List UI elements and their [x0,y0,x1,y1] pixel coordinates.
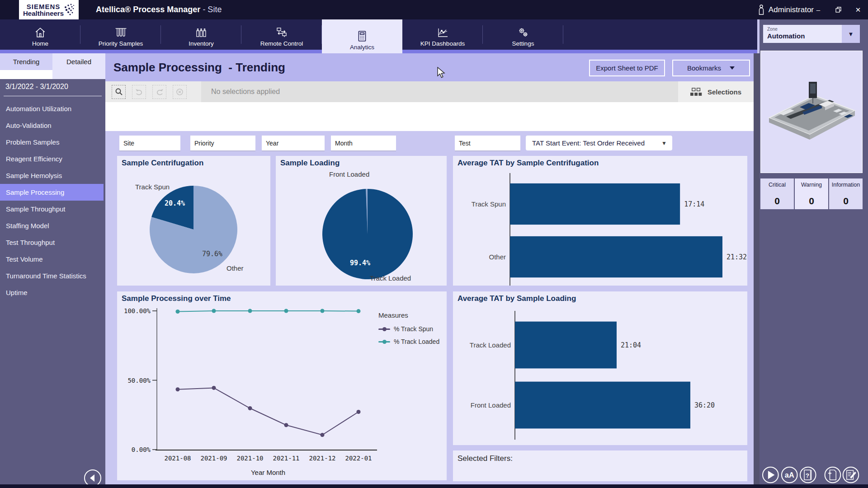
slice-value: 99.4% [350,259,370,267]
home-icon [34,27,46,38]
bar-chart: Track Spun17:14Other21:32 [453,156,747,286]
analytics-icon [356,30,368,42]
mouse-cursor [437,67,447,79]
step-back-button[interactable] [132,85,146,99]
nav-tab-inventory[interactable]: Inventory [161,19,241,50]
legend-title: Measures [378,311,439,319]
sidebar-item[interactable]: Test Volume [0,251,104,267]
sidebar-item[interactable]: Uptime [0,284,104,301]
nav-tab-home[interactable]: Home [0,19,80,50]
sidebar-item[interactable]: Problem Samples [0,134,104,150]
add-document-button[interactable] [825,467,841,483]
filter-site[interactable]: Site [119,136,180,150]
nav-tab-remote-control[interactable]: Remote Control [241,19,322,50]
chart-avg-tat-centrifugation[interactable]: Average TAT by Sample Centrifugation Tra… [453,156,747,286]
font-size-button[interactable]: aA [782,467,797,483]
filter-test[interactable]: Test [455,136,520,150]
play-button[interactable] [763,467,778,483]
sidebar-item[interactable]: Sample Hemolysis [0,167,104,184]
status-value: 0 [809,196,814,206]
sidebar-item[interactable]: Turnaround Time Statistics [0,267,104,284]
nav-tab-analytics[interactable]: Analytics [322,19,402,53]
svg-text:2021-11: 2021-11 [273,455,299,462]
sidebar-item[interactable]: Automation Utilization [0,100,104,117]
sidebar-item[interactable]: Staffing Model [0,217,104,234]
status-warning[interactable]: Warning0 [795,178,828,209]
smart-search-button[interactable] [112,85,126,99]
legend-item[interactable]: % Track Spun [378,325,439,333]
selections-panel-button[interactable]: Selections [678,81,754,102]
logo-dots [64,3,75,17]
svg-text:100.00%: 100.00% [124,307,151,314]
chart-avg-tat-loading[interactable]: Average TAT by Sample Loading Track Load… [453,291,747,445]
restore-button[interactable] [828,0,848,19]
clear-selections-button[interactable] [173,85,187,99]
status-critical[interactable]: Critical0 [760,178,794,209]
selection-tools [105,81,201,102]
content-scrollbar[interactable] [754,53,760,484]
svg-text:Front Loaded: Front Loaded [471,401,511,409]
sidebar-tab-detailed[interactable]: Detailed [52,53,105,70]
sidebar-date-range: 3/1/2022 - 3/1/2020 [5,83,68,91]
filter-priority[interactable]: Priority [190,136,255,150]
bookmarks-button[interactable]: Bookmarks [672,60,750,76]
font-size-icon: aA [785,471,794,479]
nav-tab-kpi-dashboards[interactable]: KPI Dashboards [402,19,483,50]
zone-dropdown[interactable]: Zone Automation ▼ [763,25,860,43]
sidebar-item[interactable]: Auto-Validation [0,117,104,134]
status-information[interactable]: Information0 [829,178,863,209]
status-label: Warning [801,182,822,188]
user-name: Administrator [769,5,814,14]
siemens-healthineers-logo: SIEMENS Healthineers [19,0,79,19]
sidebar-tab-trending[interactable]: Trending [0,53,52,70]
document-icon [830,470,836,480]
svg-text:2022-01: 2022-01 [345,455,372,462]
filter-month[interactable]: Month [331,136,396,150]
automation-track-preview[interactable] [760,51,863,173]
sidebar-item[interactable]: Sample Throughput [0,201,104,217]
slice-label: Track Loaded [370,274,411,282]
svg-text:Track Spun: Track Spun [472,200,506,208]
nav-tab-priority-samples[interactable]: Priority Samples [80,19,161,50]
help-button[interactable]: ? [800,467,816,483]
chart-processing-over-time[interactable]: Sample Processing over Time 100.00%50.00… [117,291,447,480]
step-forward-button[interactable] [152,85,166,99]
page-header: Sample Processing - Trending Export Shee… [105,53,754,81]
svg-text:21:04: 21:04 [621,341,641,349]
zone-panel: Zone Automation ▼ [760,19,868,484]
chart-title: Average TAT by Sample Loading [458,294,576,303]
user-icon [758,5,764,15]
sidebar-item[interactable]: Sample Processing [0,184,104,201]
status-label: Information [832,182,860,188]
close-button[interactable]: ✕ [848,0,868,19]
minimize-button[interactable]: – [808,0,828,19]
slice-label: Other [226,264,244,272]
nav-tab-settings[interactable]: Settings [483,19,563,50]
edit-notes-button[interactable] [843,467,859,483]
chart-legend: Measures % Track Spun % Track Loaded [378,311,439,351]
chevron-down-icon[interactable]: ▼ [842,25,860,43]
sidebar-item[interactable]: Reagent Efficiency [0,150,104,167]
svg-text:Other: Other [489,253,506,261]
chart-sample-centrifugation[interactable]: Sample Centrifugation Track Spun 20.4% 7… [117,156,270,286]
legend-item[interactable]: % Track Loaded [378,338,439,345]
selections-grid-icon [690,88,702,96]
sidebar-strip-2 [52,70,105,79]
chevron-down-icon: ▼ [661,140,667,146]
svg-text:2021-12: 2021-12 [309,455,335,462]
chart-title: Sample Loading [280,159,340,168]
settings-icon [517,27,529,38]
sidebar-divider [4,96,102,96]
svg-text:Track Loaded: Track Loaded [470,341,511,349]
tat-start-event-dropdown[interactable]: TAT Start Event: Test Order Received ▼ [526,136,672,150]
sidebar-item[interactable]: Test Throughput [0,234,104,251]
user-area[interactable]: Administrator [758,0,814,19]
status-label: Critical [769,182,786,188]
export-pdf-button[interactable]: Export Sheet to PDF [589,60,665,76]
chart-sample-loading[interactable]: Sample Loading Front Loaded 99.4% Track … [276,156,447,286]
selections-toolbar: No selections applied Selections [105,81,754,103]
quick-action-buttons: aA ? [760,466,868,484]
plus-icon [828,472,831,475]
undo-icon [135,88,143,95]
filter-year[interactable]: Year [262,136,325,150]
